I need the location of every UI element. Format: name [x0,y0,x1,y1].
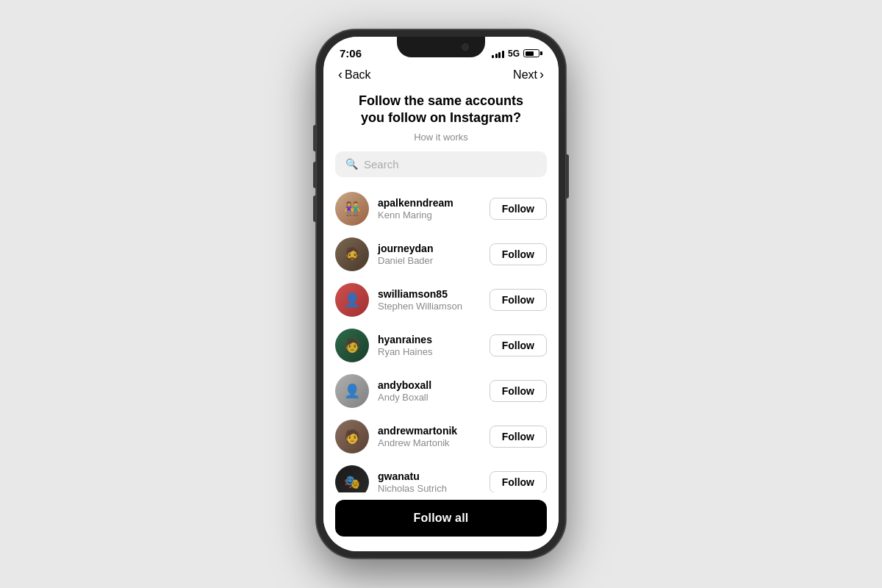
phone-screen: 7:06 5G ‹ Bac [323,37,559,551]
status-bar: 7:06 5G [323,37,559,64]
user-info: andrewmartonik Andrew Martonik [378,424,481,448]
user-display-name: Nicholas Sutrich [378,483,481,492]
follow-button[interactable]: Follow [490,334,547,356]
search-placeholder: Search [364,158,399,171]
nav-bar: ‹ Back Next › [323,64,559,88]
back-chevron-icon: ‹ [338,67,343,82]
user-row: 🧑 hyanraines Ryan Haines Follow [323,323,559,368]
user-avatar: 🎭 [335,465,369,492]
follow-button[interactable]: Follow [490,471,547,492]
user-handle: andrewmartonik [378,424,481,437]
avatar-face: 👤 [335,283,369,317]
users-list: 👫 apalkenndream Kenn Maring Follow 🧔 jou… [323,183,559,492]
user-handle: journeydan [378,242,481,255]
follow-button[interactable]: Follow [490,380,547,402]
avatar-face: 🎭 [335,465,369,492]
avatar-face: 🧔 [335,237,369,271]
user-avatar: 🧑 [335,329,369,362]
user-row: 🧑 andrewmartonik Andrew Martonik Follow [323,414,559,459]
avatar-face: 🧑 [335,329,369,362]
next-chevron-icon: › [539,67,544,82]
user-info: gwanatu Nicholas Sutrich [378,470,481,492]
user-handle: andyboxall [378,379,481,392]
avatar-face: 👫 [335,192,369,226]
user-handle: swilliamson85 [378,287,481,301]
user-display-name: Andy Boxall [378,392,481,403]
follow-button[interactable]: Follow [490,198,547,220]
user-display-name: Ryan Haines [378,346,481,357]
network-type: 5G [508,49,520,59]
back-button[interactable]: ‹ Back [338,67,371,82]
follow-button[interactable]: Follow [490,243,547,265]
user-avatar: 👤 [335,374,369,408]
user-handle: gwanatu [378,470,481,483]
follow-button[interactable]: Follow [490,426,547,448]
user-row: 🎭 gwanatu Nicholas Sutrich Follow [323,459,559,492]
user-display-name: Andrew Martonik [378,437,481,448]
avatar-face: 👤 [335,374,369,408]
user-row: 👤 swilliamson85 Stephen Williamson Follo… [323,277,559,323]
user-avatar: 🧑 [335,420,369,453]
user-display-name: Kenn Maring [378,209,481,220]
status-icons: 5G [492,49,542,59]
notch [397,37,485,57]
user-row: 🧔 journeydan Daniel Bader Follow [323,232,559,277]
user-handle: apalkenndream [378,196,481,209]
user-info: journeydan Daniel Bader [378,242,481,266]
user-display-name: Daniel Bader [378,255,481,266]
user-info: hyanraines Ryan Haines [378,333,481,357]
user-row: 👫 apalkenndream Kenn Maring Follow [323,186,559,232]
user-avatar: 👫 [335,192,369,226]
follow-button[interactable]: Follow [490,289,547,311]
user-avatar: 🧔 [335,237,369,271]
search-bar[interactable]: 🔍 Search [335,151,547,177]
avatar-face: 🧑 [335,420,369,453]
search-icon: 🔍 [345,158,358,170]
user-row: 👤 andyboxall Andy Boxall Follow [323,368,559,414]
page-header: Follow the same accounts you follow on I… [323,88,559,151]
user-info: apalkenndream Kenn Maring [378,196,481,220]
signal-bars-icon [492,49,504,58]
user-display-name: Stephen Williamson [378,301,481,312]
next-label: Next [513,68,537,82]
back-label: Back [345,68,371,82]
status-time: 7:06 [340,47,362,60]
user-info: swilliamson85 Stephen Williamson [378,287,481,312]
user-info: andyboxall Andy Boxall [378,379,481,403]
next-button[interactable]: Next › [513,67,544,82]
user-avatar: 👤 [335,283,369,317]
phone-frame: 7:06 5G ‹ Bac [316,29,566,559]
follow-all-bar: Follow all [323,492,559,551]
camera [462,43,469,51]
follow-all-button[interactable]: Follow all [335,500,547,537]
page-title: Follow the same accounts you follow on I… [345,93,537,127]
user-handle: hyanraines [378,333,481,346]
how-it-works-link[interactable]: How it works [345,132,537,143]
battery-icon [523,49,542,57]
